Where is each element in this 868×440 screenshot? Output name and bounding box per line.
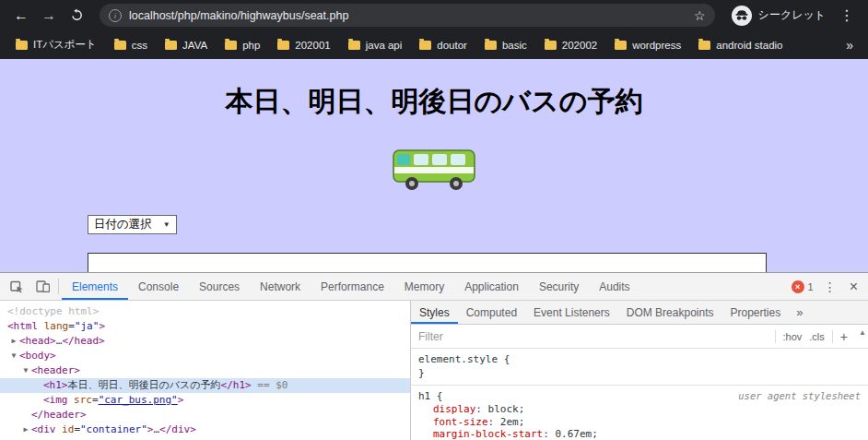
code-token: src <box>68 394 93 406</box>
web-page: 本日、明日、明後日のバスの予約 日付の選択 ▼ <box>0 59 868 272</box>
tab-sources[interactable]: Sources <box>189 273 250 300</box>
page-title: 本日、明日、明後日のバスの予約 <box>0 85 868 117</box>
style-rule: element.style {} <box>411 349 868 386</box>
reload-glyph <box>70 8 84 22</box>
devtools-tabs: ElementsConsoleSourcesNetworkPerformance… <box>62 273 640 300</box>
code-token: = <box>68 320 75 332</box>
dom-tree-node[interactable]: <img src="car_bus.png"> <box>0 393 410 408</box>
subtab-properties[interactable]: Properties <box>721 301 789 324</box>
incognito-icon <box>732 6 752 26</box>
dom-tree-node[interactable]: <!doctype html> <box>0 304 410 319</box>
bookmark-item[interactable]: wordpress <box>608 37 687 54</box>
forward-icon[interactable]: → <box>37 4 61 28</box>
expand-open-icon[interactable]: ▼ <box>21 363 30 378</box>
tab-network[interactable]: Network <box>250 273 311 300</box>
address-bar[interactable]: i localhost/php/makino/highwaybus/seat.p… <box>100 4 715 27</box>
bookmark-label: android stadio <box>716 40 782 51</box>
css-property-value: block <box>488 403 519 415</box>
expand-open-icon[interactable]: ▼ <box>9 349 18 363</box>
bookmark-label: basic <box>502 40 527 51</box>
bookmark-item[interactable]: doutor <box>413 37 474 54</box>
bookmark-item[interactable]: JAVA <box>158 37 214 54</box>
css-property-value: 2em <box>500 416 519 428</box>
css-selector[interactable]: element.style <box>418 353 498 365</box>
caret-down-icon: ▼ <box>163 220 170 229</box>
bookmark-item[interactable]: android stadio <box>692 37 789 54</box>
code-token: <div <box>31 423 56 435</box>
bookmark-label: php <box>242 40 260 51</box>
devtools-close-icon[interactable]: × <box>847 279 861 295</box>
devtools-toolbar-right: × 1 ⋮ × <box>792 273 868 300</box>
folder-icon <box>419 41 431 50</box>
subtab-event-listeners[interactable]: Event Listeners <box>525 301 618 324</box>
tab-audits[interactable]: Audits <box>589 273 639 300</box>
css-property[interactable]: display: block; <box>418 403 861 416</box>
bookmark-item[interactable]: basic <box>478 37 534 54</box>
url-text[interactable]: localhost/php/makino/highwaybus/seat.php <box>129 9 686 22</box>
container-box <box>88 253 767 272</box>
dom-tree-node[interactable]: </header> <box>0 408 410 422</box>
folder-icon <box>485 41 497 50</box>
cls-toggle[interactable]: .cls <box>809 331 825 342</box>
bookmark-star-icon[interactable]: ☆ <box>694 8 706 23</box>
bookmark-label: css <box>132 40 147 51</box>
expand-closed-icon[interactable]: ▶ <box>21 422 30 437</box>
error-count[interactable]: 1 <box>808 281 814 292</box>
dom-tree-node[interactable]: <html lang="ja"> <box>0 319 410 334</box>
folder-icon <box>698 41 710 50</box>
dom-tree-node[interactable]: ▶<div id="container">…</div> <box>0 422 410 437</box>
expand-closed-icon[interactable]: ▶ <box>9 334 18 349</box>
styles-tabs-overflow-icon[interactable]: » <box>791 301 808 324</box>
dom-tree-node[interactable]: ▼<header> <box>0 363 410 378</box>
browser-toolbar: ← → i localhost/php/makino/highwaybus/se… <box>0 0 868 30</box>
bookmark-item[interactable]: php <box>218 37 266 54</box>
code-token: <img <box>43 394 68 406</box>
subtab-dom-breakpoints[interactable]: DOM Breakpoints <box>618 301 722 324</box>
tab-security[interactable]: Security <box>529 273 589 300</box>
style-rules: element.style {}user agent stylesheeth1 … <box>411 349 868 440</box>
hov-toggle[interactable]: :hov <box>783 331 803 342</box>
new-style-rule-icon[interactable]: + <box>840 329 848 344</box>
error-badge-icon[interactable]: × <box>792 280 804 293</box>
scroll-up-icon[interactable]: ▲ <box>859 328 866 337</box>
bookmark-item[interactable]: 202001 <box>271 37 336 54</box>
styles-scrollbar[interactable]: ▲ <box>857 326 868 440</box>
css-property[interactable]: margin-block-start: 0.67em; <box>418 428 861 440</box>
code-token: id <box>56 423 75 435</box>
incognito-glyph <box>735 9 748 21</box>
back-icon[interactable]: ← <box>9 4 33 28</box>
bookmark-item[interactable]: ITパスポート <box>9 35 103 54</box>
bus-image <box>0 147 868 193</box>
tab-elements[interactable]: Elements <box>62 273 128 300</box>
inspect-element-icon[interactable] <box>4 273 29 300</box>
dom-tree-node[interactable]: ▶<head>…</head> <box>0 334 410 349</box>
css-selector[interactable]: h1 <box>418 390 430 402</box>
date-select[interactable]: 日付の選択 ▼ <box>88 215 177 234</box>
info-icon[interactable]: i <box>109 9 122 22</box>
reload-icon[interactable] <box>65 4 88 28</box>
subtab-computed[interactable]: Computed <box>458 301 525 324</box>
bookmark-item[interactable]: java api <box>342 37 409 54</box>
bookmarks-overflow-icon[interactable]: » <box>840 38 859 53</box>
dom-tree-node[interactable]: <h1>本日、明日、明後日のバスの予約</h1> == $0 <box>0 378 410 393</box>
bookmarks-bar: ITパスポートcssJAVAphp202001java apidoutorbas… <box>0 30 868 59</box>
tab-application[interactable]: Application <box>454 273 529 300</box>
device-toolbar-icon[interactable] <box>29 273 55 300</box>
browser-menu-icon[interactable]: ⋮ <box>835 4 859 28</box>
filter-divider <box>775 330 776 343</box>
folder-icon <box>114 41 126 50</box>
devtools-toolbar: ElementsConsoleSourcesNetworkPerformance… <box>0 273 868 301</box>
devtools-menu-icon[interactable]: ⋮ <box>821 279 839 294</box>
date-select-label: 日付の選択 <box>94 217 152 232</box>
subtab-styles[interactable]: Styles <box>411 301 458 324</box>
styles-pane: StylesComputedEvent ListenersDOM Breakpo… <box>411 301 868 440</box>
bookmark-item[interactable]: 202002 <box>538 37 604 54</box>
tab-performance[interactable]: Performance <box>311 273 394 300</box>
styles-filter-input[interactable] <box>418 330 768 343</box>
bookmark-item[interactable]: css <box>108 37 154 54</box>
css-property[interactable]: font-size: 2em; <box>418 416 861 429</box>
tab-console[interactable]: Console <box>128 273 189 300</box>
dom-tree-node[interactable]: ▼<body> <box>0 349 410 363</box>
devtools-panel: ElementsConsoleSourcesNetworkPerformance… <box>0 272 868 440</box>
tab-memory[interactable]: Memory <box>394 273 454 300</box>
